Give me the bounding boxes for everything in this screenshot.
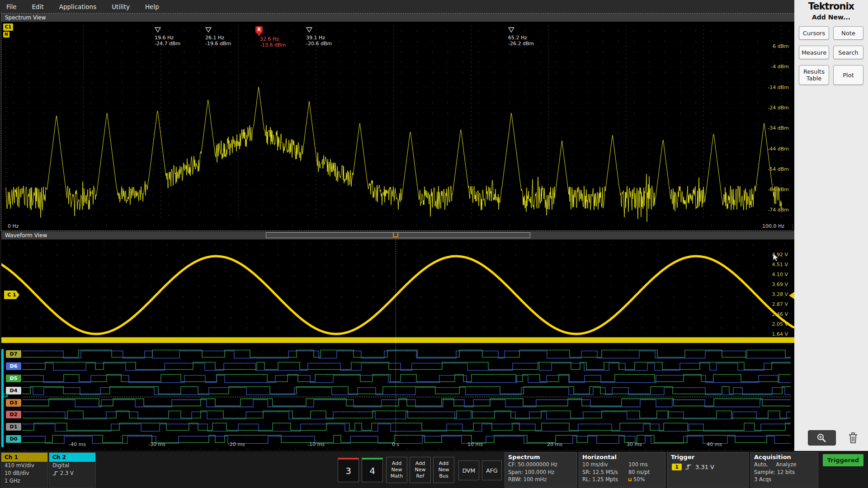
channel4-button[interactable]: 4 [362, 458, 383, 482]
expansion-point-icon[interactable] [393, 233, 398, 237]
channel1-badge-block[interactable]: Ch 1 410 mV/div10 dB/div1 GHz [1, 452, 48, 488]
voltage-label: 2.05 V [772, 321, 788, 327]
bottom-bar: Ch 1 410 mV/div10 dB/div1 GHz Ch 2 Digit… [0, 451, 868, 488]
digital-canvas[interactable] [1, 345, 794, 450]
sidebar-button-plot[interactable]: Plot [833, 65, 863, 85]
channel2-badge[interactable]: Ch 2 [49, 453, 95, 462]
digital-channel-badge-d5[interactable]: D5 [6, 375, 21, 382]
channel2-mode: Digital [49, 462, 95, 469]
channel1-setting: 410 mV/div [1, 462, 47, 469]
marker-triangle-icon[interactable] [155, 27, 161, 33]
trash-button[interactable] [845, 430, 860, 446]
digital-group-center-line [22, 397, 791, 397]
marker-frequency-label: 39.1 Hz [306, 35, 349, 41]
horizontal-panel[interactable]: Horizontal 10 ms/div100 msSR: 12.5 MS/s8… [579, 452, 665, 488]
digital-waveform-area[interactable] [1, 345, 794, 450]
digital-trace [22, 362, 791, 370]
voltage-label: 2.46 V [772, 311, 788, 317]
triggered-status-badge: Triggered [823, 454, 863, 466]
dvm-button[interactable]: DVM [458, 460, 479, 480]
menu-item-edit[interactable]: Edit [32, 3, 44, 10]
spectrum-marker-65.2[interactable]: 65.2 Hz-26.2 dBm [508, 26, 552, 47]
add-new-title: Add New... [794, 14, 868, 21]
zoom-button[interactable] [808, 430, 836, 446]
tekscope-app: FileEditApplicationsUtilityHelp Spectrum… [0, 0, 868, 488]
digital-channel-badge-d0[interactable]: D0 [6, 435, 21, 443]
tektronix-logo: Tektronix [794, 1, 868, 12]
spectrum-marker-19.6[interactable]: 19.6 Hz-24.7 dBm [155, 26, 198, 47]
reference-marker-icon[interactable]: R [255, 26, 263, 33]
spectrum-panel-row: CF: 50.0000000 Hz [505, 461, 576, 469]
dbm-label: -44 dBm [768, 146, 789, 152]
acquisition-value: Auto, [754, 461, 768, 469]
marker-frequency-label: 32.6 Hz [260, 36, 299, 42]
voltage-label: 1.64 V [772, 331, 788, 337]
spectrum-plot[interactable]: 19.6 Hz-24.7 dBm26.1 Hz-19.6 dBmR32.6 Hz… [1, 22, 794, 230]
menu-item-applications[interactable]: Applications [59, 3, 96, 10]
analog-waveform-area[interactable]: 4.92 V4.51 V4.10 V3.69 V3.28 V2.87 V2.46… [1, 239, 794, 343]
acquisition-panel[interactable]: Acquisition Auto,AnalyzeSample: 12 bits3… [750, 452, 818, 488]
channel1-overview-band [1, 337, 794, 343]
marker-triangle-icon[interactable] [306, 27, 312, 33]
spectrum-trace-normal-badge[interactable]: N [3, 32, 9, 38]
channel1-badge[interactable]: Ch 1 [1, 453, 47, 462]
digital-channel-badge-d3[interactable]: D3 [6, 399, 21, 407]
spectrum-marker-26.1[interactable]: 26.1 Hz-19.6 dBm [205, 26, 249, 47]
horizontal-panel-title: Horizontal [579, 453, 665, 461]
trigger-time-line [396, 239, 396, 444]
spectrum-marker-39.1[interactable]: 39.1 Hz-20.6 dBm [306, 26, 349, 47]
spectrum-panel[interactable]: Spectrum CF: 50.0000000 HzSpan: 100.000 … [505, 452, 577, 488]
sidebar-button-measure[interactable]: Measure [799, 46, 829, 59]
menu-item-utility[interactable]: Utility [112, 3, 130, 10]
trash-icon [848, 432, 858, 444]
spectrum-view-title: Spectrum View [1, 14, 794, 22]
add-new-ref-button[interactable]: Add New Ref [410, 457, 431, 483]
trigger-panel[interactable]: Trigger 1 3.31 V [667, 452, 749, 488]
add-new-bus-button[interactable]: Add New Bus [433, 457, 454, 483]
marker-triangle-icon[interactable] [508, 27, 514, 33]
channel2-threshold: 2.3 V [49, 469, 95, 477]
sidebar-button-cursors[interactable]: Cursors [799, 26, 829, 40]
add-new-math-button[interactable]: Add New Math [386, 457, 407, 483]
spectrum-trace-badge[interactable]: C1 [3, 23, 13, 31]
menu-item-help[interactable]: Help [145, 3, 159, 10]
acquisition-value: Analyze [776, 461, 796, 469]
channel2-group-badge[interactable]: C2 [2, 393, 8, 398]
right-sidebar: Tektronix Add New... CursorsNoteMeasureS… [794, 0, 868, 451]
time-label: -10 ms [302, 441, 330, 447]
marker-amplitude-label: -24.7 dBm [155, 41, 198, 47]
digital-channel-badge-d7[interactable]: D7 [6, 350, 21, 358]
digital-channel-badge-d2[interactable]: D2 [6, 411, 21, 418]
horizontal-panel-row: RL: 1.25 Mpts50% [579, 476, 665, 483]
channel2-badge-block[interactable]: Ch 2 Digital 2.3 V [49, 452, 96, 488]
marker-amplitude-label: -13.6 dBm [260, 42, 299, 48]
digital-group-bracket[interactable] [1, 349, 4, 447]
acquisition-value: 3 Acqs [754, 476, 771, 483]
acquisition-panel-row: Sample: 12 bits [751, 469, 818, 476]
marker-amplitude-label: -20.6 dBm [306, 41, 349, 47]
voltage-label: 3.28 V [772, 291, 788, 297]
digital-channel-badge-d1[interactable]: D1 [6, 423, 21, 431]
waveform-canvas[interactable] [1, 239, 794, 343]
spectrum-marker-32.6[interactable]: R32.6 Hz-13.6 dBm [255, 26, 299, 48]
channel3-button[interactable]: 3 [338, 458, 359, 482]
horizontal-value: 80 ns/pt [628, 469, 650, 476]
dbm-label: -14 dBm [768, 84, 789, 90]
waveform-view[interactable]: Waveform View T 4.92 V4.51 V4.10 V3.69 V… [1, 231, 794, 450]
horizontal-value: SR: 12.5 MS/s [582, 469, 628, 476]
marker-triangle-icon[interactable] [205, 27, 212, 33]
horizontal-panel-row: 10 ms/div100 ms [579, 461, 665, 469]
digital-channel-badge-d6[interactable]: D6 [6, 362, 21, 370]
time-label: 40 ms [701, 441, 728, 447]
sidebar-button-search[interactable]: Search [833, 46, 863, 59]
spectrum-panel-rows: CF: 50.0000000 HzSpan: 100.000 HzRBW: 10… [505, 461, 576, 483]
sidebar-button-results-table[interactable]: Results Table [799, 65, 829, 85]
sidebar-button-note[interactable]: Note [833, 26, 863, 40]
dbm-label: -54 dBm [768, 166, 789, 172]
horizontal-value: RL: 1.25 Mpts [582, 476, 628, 483]
trigger-level-arrow-icon[interactable] [789, 292, 794, 299]
menu-item-file[interactable]: File [6, 3, 17, 10]
spectrum-view[interactable]: Spectrum View 19.6 Hz-24.7 dBm26.1 Hz-19… [1, 14, 794, 230]
spectrum-panel-row: Span: 100.000 Hz [505, 469, 576, 476]
afg-button[interactable]: AFG [482, 460, 502, 480]
